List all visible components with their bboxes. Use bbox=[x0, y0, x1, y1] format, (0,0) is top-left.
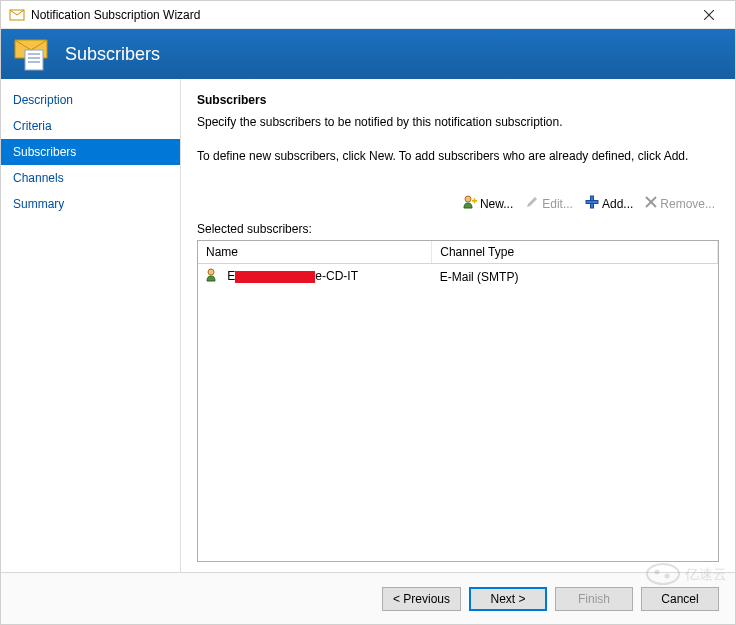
svg-point-16 bbox=[208, 269, 214, 275]
svg-rect-10 bbox=[474, 198, 476, 203]
subscriber-icon bbox=[206, 268, 220, 285]
redacted-segment bbox=[235, 271, 315, 283]
previous-button[interactable]: < Previous bbox=[382, 587, 461, 611]
new-button[interactable]: New... bbox=[459, 193, 517, 214]
wizard-icon bbox=[9, 7, 25, 23]
svg-point-8 bbox=[465, 196, 471, 202]
page-hint: To define new subscribers, click New. To… bbox=[197, 149, 719, 163]
cancel-button[interactable]: Cancel bbox=[641, 587, 719, 611]
add-button[interactable]: Add... bbox=[581, 193, 637, 214]
banner-title: Subscribers bbox=[65, 44, 160, 65]
remove-button: Remove... bbox=[641, 193, 719, 214]
svg-rect-13 bbox=[586, 201, 598, 204]
window-title: Notification Subscription Wizard bbox=[31, 8, 691, 22]
page-description: Specify the subscribers to be notified b… bbox=[197, 115, 719, 129]
row-channel: E-Mail (SMTP) bbox=[432, 264, 718, 290]
new-label: New... bbox=[480, 197, 513, 211]
nav-item-channels[interactable]: Channels bbox=[1, 165, 180, 191]
toolbar: New... Edit... Add... Remove... bbox=[197, 193, 719, 214]
svg-rect-4 bbox=[25, 50, 43, 70]
banner: Subscribers bbox=[1, 29, 735, 79]
pencil-icon bbox=[525, 195, 539, 212]
col-name[interactable]: Name bbox=[198, 241, 432, 264]
row-name-prefix: E bbox=[227, 269, 235, 283]
selected-subscribers-label: Selected subscribers: bbox=[197, 222, 719, 236]
x-icon bbox=[645, 196, 657, 211]
add-label: Add... bbox=[602, 197, 633, 211]
content-area: Description Criteria Subscribers Channel… bbox=[1, 79, 735, 572]
edit-label: Edit... bbox=[542, 197, 573, 211]
next-button[interactable]: Next > bbox=[469, 587, 547, 611]
main-panel: Subscribers Specify the subscribers to b… bbox=[181, 79, 735, 572]
remove-label: Remove... bbox=[660, 197, 715, 211]
finish-button: Finish bbox=[555, 587, 633, 611]
row-name-suffix: e-CD-IT bbox=[315, 269, 358, 283]
nav-item-criteria[interactable]: Criteria bbox=[1, 113, 180, 139]
subscribers-table-wrap[interactable]: Name Channel Type Ee-CD-IT E-Mail (SMTP) bbox=[197, 240, 719, 562]
page-heading: Subscribers bbox=[197, 93, 719, 107]
nav-item-description[interactable]: Description bbox=[1, 87, 180, 113]
wizard-footer: < Previous Next > Finish Cancel bbox=[1, 572, 735, 624]
table-row[interactable]: Ee-CD-IT E-Mail (SMTP) bbox=[198, 264, 718, 290]
subscribers-table: Name Channel Type Ee-CD-IT E-Mail (SMTP) bbox=[198, 241, 718, 289]
nav-item-subscribers[interactable]: Subscribers bbox=[1, 139, 180, 165]
person-plus-icon bbox=[463, 195, 477, 212]
edit-button: Edit... bbox=[521, 193, 577, 214]
svg-marker-11 bbox=[527, 197, 537, 207]
nav-panel: Description Criteria Subscribers Channel… bbox=[1, 79, 181, 572]
nav-item-summary[interactable]: Summary bbox=[1, 191, 180, 217]
close-button[interactable] bbox=[691, 3, 727, 27]
col-channel-type[interactable]: Channel Type bbox=[432, 241, 718, 264]
banner-icon bbox=[11, 36, 53, 72]
plus-icon bbox=[585, 195, 599, 212]
title-bar: Notification Subscription Wizard bbox=[1, 1, 735, 29]
